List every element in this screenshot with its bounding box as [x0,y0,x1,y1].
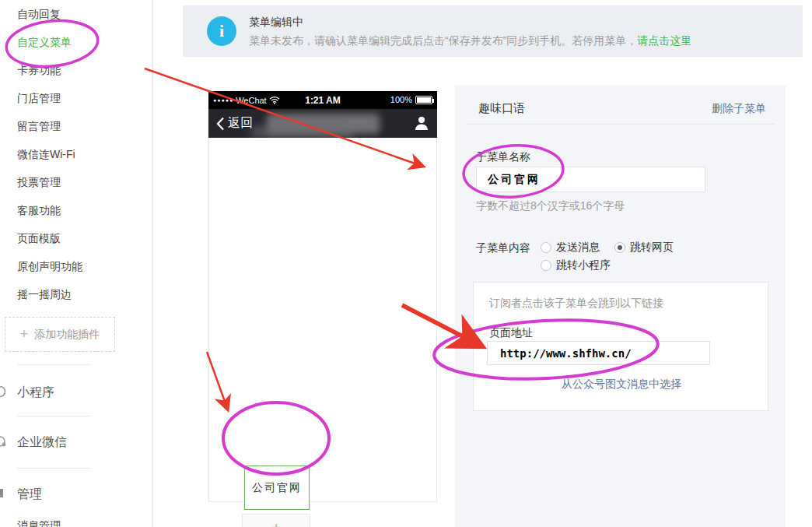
radio-jump-webpage[interactable]: 跳转网页 [614,241,674,255]
sidebar-item-auto-reply[interactable]: 自动回复 [17,8,61,23]
sidebar-divider [17,468,89,469]
page-url-label: 页面地址 [489,326,533,340]
enterprise-wechat-icon [0,434,7,448]
battery-percent-label: 100% [390,95,412,104]
submenu-editor-panel: 趣味口语 删除子菜单 子菜单名称 字数不超过8个汉字或16个字母 子菜单内容 发… [455,86,786,527]
info-icon: i [207,16,236,46]
select-from-articles-link[interactable]: 从公众号图文消息中选择 [474,378,769,392]
submenu-name-hint: 字数不超过8个汉字或16个字母 [476,199,625,213]
profile-icon[interactable] [414,115,429,131]
radio-label: 发送消息 [556,241,600,255]
sidebar-item-card-coupon[interactable]: 卡券功能 [17,64,61,79]
sidebar-divider [17,416,89,416]
radio-circle-icon[interactable] [541,242,551,253]
add-submenu-button[interactable]: + [242,514,310,527]
sidebar-item-custom-menu[interactable]: 自定义菜单 [17,36,72,51]
plus-icon: + [20,326,29,343]
sidebar-item-original-statement[interactable]: 原创声明功能 [17,260,82,276]
submenu-item-company-site[interactable]: 公司官网 [244,466,310,510]
add-plugin-button[interactable]: + 添加功能插件 [5,317,115,352]
management-icon [0,487,7,501]
sidebar-item-customer-service[interactable]: 客服功能 [17,204,61,220]
panel-title: 趣味口语 [478,101,525,116]
sidebar-item-page-template[interactable]: 页面模版 [17,232,61,248]
radio-jump-miniprogram[interactable]: 跳转小程序 [541,258,611,272]
sidebar-section-management[interactable]: 管理 [17,487,42,503]
submenu-name-input[interactable] [476,167,705,192]
back-button[interactable]: 返回 [216,115,253,132]
radio-circle-icon[interactable] [614,242,625,253]
phone-nav-bar: 返回 [208,109,437,138]
radio-label: 跳转网页 [630,241,674,255]
phone-status-bar: ●●●●● WeChat 1:21 AM 100% [208,91,437,109]
radio-circle-icon[interactable] [541,260,551,271]
sidebar-divider [17,364,89,365]
sidebar-item-message-board[interactable]: 留言管理 [17,120,61,135]
sidebar-item-shake-nearby[interactable]: 摇一摇周边 [17,288,72,304]
sidebar-section-enterprise-wechat[interactable]: 企业微信 [17,434,67,451]
submenu-name-label: 子菜单名称 [476,150,530,164]
phone-preview: ●●●●● WeChat 1:21 AM 100% 返回 公司官网 + [208,91,437,527]
notice-title: 菜单编辑中 [249,16,303,30]
sidebar-item-vote-mgmt[interactable]: 投票管理 [17,176,61,191]
submenu-content-label: 子菜单内容 [476,241,530,255]
chevron-left-icon [216,117,225,131]
add-plugin-label: 添加功能插件 [34,328,100,342]
delete-submenu-link[interactable]: 删除子菜单 [712,102,766,116]
sidebar: 自动回复 自定义菜单 卡券功能 门店管理 留言管理 微信连Wi-Fi 投票管理 … [0,0,153,527]
wechat-mp-menu-editor-page: 自动回复 自定义菜单 卡券功能 门店管理 留言管理 微信连Wi-Fi 投票管理 … [0,0,812,527]
sidebar-section-mini-program[interactable]: 小程序 [17,385,54,401]
sidebar-item-store-mgmt[interactable]: 门店管理 [17,92,61,107]
sidebar-item-wifi[interactable]: 微信连Wi-Fi [17,148,75,163]
page-url-input[interactable] [487,341,710,365]
notice-text: 菜单未发布，请确认菜单编辑完成后点击“保存并发布”同步到手机。若停用菜单， [249,34,637,47]
jump-link-tip: 订阅者点击该子菜单会跳到以下链接 [489,297,663,311]
battery-icon [415,96,432,104]
mini-program-icon [0,385,7,399]
menu-editing-notice: i 菜单编辑中 菜单未发布，请确认菜单编辑完成后点击“保存并发布”同步到手机。若… [183,5,803,57]
sidebar-item-message-mgmt[interactable]: 消息管理 [17,519,61,527]
panel-divider [467,124,774,125]
disable-menu-link[interactable]: 请点击这里 [637,34,691,47]
radio-label: 跳转小程序 [556,258,611,272]
jump-link-box: 订阅者点击该子菜单会跳到以下链接 页面地址 从公众号图文消息中选择 [473,282,768,411]
phone-chat-body: 公司官网 + 互动 一起来嗨 [208,138,437,502]
radio-send-message[interactable]: 发送消息 [541,241,600,255]
blurred-account-title-shadow [251,126,352,139]
notice-body: 菜单未发布，请确认菜单编辑完成后点击“保存并发布”同步到手机。若停用菜单，请点击… [249,34,691,48]
back-label: 返回 [228,115,253,132]
